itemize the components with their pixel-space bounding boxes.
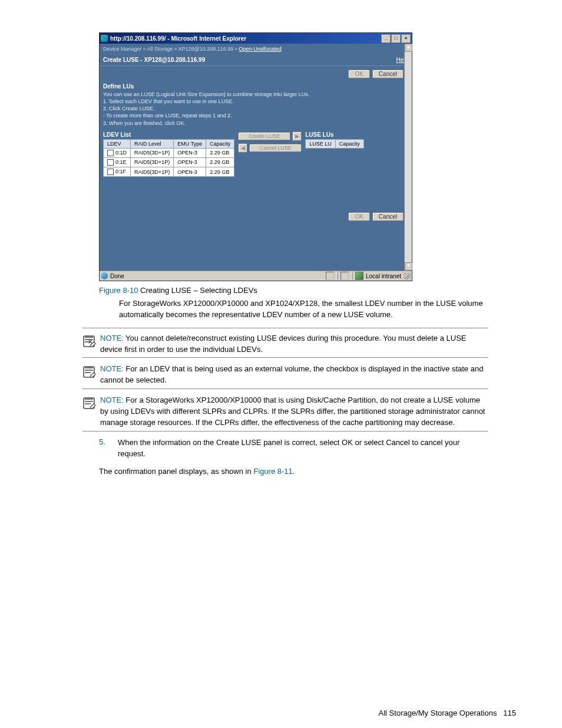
cancel-button[interactable]: Cancel: [372, 70, 404, 78]
table-header[interactable]: RAID Level: [131, 139, 174, 148]
breadcrumb-item[interactable]: Device Manager: [103, 46, 142, 52]
status-zone: Local intranet: [366, 273, 401, 279]
scroll-up-icon[interactable]: ▲: [405, 44, 412, 52]
chevron-right-icon: »: [143, 46, 146, 52]
page-title: Create LUSE - XP128@10.208.116.99: [103, 57, 205, 63]
cell: RAID5(3D+1P): [131, 148, 174, 157]
ldev-list-title: LDEV List: [103, 130, 234, 139]
resize-grip-icon[interactable]: [404, 272, 411, 279]
note-text: For a StorageWorks XP12000/XP10000 that …: [100, 396, 485, 427]
desc-line: 1. Select each LDEV that you want to use…: [103, 98, 408, 105]
scrollbar[interactable]: ▲ ▼: [404, 44, 412, 271]
status-cell: [340, 272, 349, 280]
note-body: NOTE: For a StorageWorks XP12000/XP10000…: [100, 395, 488, 429]
status-cell: [326, 272, 334, 280]
cell: RAID5(3D+1P): [131, 167, 174, 176]
luse-table: LUSE LU Capacity: [305, 139, 364, 149]
scroll-down-icon[interactable]: ▼: [405, 262, 412, 271]
arrow-left-icon[interactable]: ◀: [238, 143, 247, 153]
note-icon: [82, 396, 97, 410]
status-text: Done: [110, 273, 124, 279]
note-text: You cannot delete/reconstruct existing L…: [100, 334, 466, 354]
ie-title: http://10.208.116.99/ - Microsoft Intern…: [110, 35, 381, 42]
body-paragraph: The confirmation panel displays, as show…: [99, 466, 488, 477]
checkbox[interactable]: [107, 169, 114, 175]
maximize-button[interactable]: □: [391, 34, 401, 43]
cell: 2.29 GB: [206, 157, 234, 167]
table-row[interactable]: 0:1F RAID5(3D+1P) OPEN-3 2.29 GB: [104, 167, 234, 176]
step-text: When the information on the Create LUSE …: [118, 437, 488, 460]
cell: 0:1E: [115, 159, 127, 165]
breadcrumb-item[interactable]: All Storage: [147, 46, 173, 52]
ldev-table: LDEV RAID Level EMU Type Capacity 0:1D R…: [103, 139, 234, 177]
checkbox[interactable]: [107, 159, 114, 166]
table-header[interactable]: Capacity: [206, 139, 234, 148]
figure-caption: Figure 8-10 Creating LUSE – Selecting LD…: [99, 286, 488, 295]
ok-button[interactable]: OK: [348, 70, 369, 78]
table-header[interactable]: EMU Type: [174, 139, 206, 148]
note-label: NOTE:: [100, 396, 124, 404]
text: .: [293, 467, 295, 476]
cancel-luse-button[interactable]: Cancel LUSE: [249, 144, 302, 152]
create-luse-button[interactable]: Create LUSE: [238, 132, 290, 140]
note-body: NOTE: For an LDEV that is being used as …: [100, 364, 488, 386]
desc-line: 2. Click Create LUSE.: [103, 105, 408, 112]
chevron-right-icon: »: [234, 46, 237, 52]
checkbox[interactable]: [107, 150, 114, 156]
breadcrumb-item[interactable]: Open-Unallocated: [239, 46, 282, 52]
table-header[interactable]: LUSE LU: [306, 139, 336, 148]
note-icon: [82, 365, 97, 379]
note-body: NOTE: You cannot delete/reconstruct exis…: [100, 333, 488, 355]
arrow-right-icon[interactable]: ▶: [292, 131, 302, 141]
ie-content: ▲ ▼ Device Manager » All Storage » XP128…: [100, 44, 412, 271]
figure-link[interactable]: Figure 8-11: [253, 467, 292, 476]
breadcrumb: Device Manager » All Storage » XP128@10.…: [100, 44, 412, 54]
table-header[interactable]: Capacity: [335, 139, 363, 148]
note-label: NOTE:: [100, 334, 124, 342]
note-label: NOTE:: [100, 364, 124, 373]
page-title-bar: Create LUSE - XP128@10.208.116.99 Help: [100, 54, 412, 66]
cell: 0:1D: [115, 150, 127, 156]
body-paragraph: For StorageWorks XP12000/XP10000 and XP1…: [119, 298, 488, 321]
table-row[interactable]: 0:1E RAID5(3D+1P) OPEN-3 2.29 GB: [104, 157, 234, 167]
zone-icon: [355, 272, 363, 280]
ok-button[interactable]: OK: [348, 212, 369, 221]
desc-line: - To create more than one LUSE, repeat s…: [103, 112, 408, 119]
close-button[interactable]: ×: [401, 34, 411, 43]
desc-line: You can use an LUSE (Logical Unit Size E…: [103, 91, 408, 98]
table-header[interactable]: LDEV: [104, 139, 131, 148]
chevron-right-icon: »: [174, 46, 177, 52]
step-item: 5. When the information on the Create LU…: [99, 437, 488, 460]
ie-titlebar: http://10.208.116.99/ - Microsoft Intern…: [100, 33, 412, 44]
note-icon: [82, 334, 97, 348]
luse-lus-title: LUSE LUs: [305, 130, 364, 139]
cancel-button[interactable]: Cancel: [372, 212, 404, 221]
table-row[interactable]: 0:1D RAID5(3D+1P) OPEN-3 2.29 GB: [104, 148, 234, 157]
cell: 2.29 GB: [206, 167, 234, 176]
cell: OPEN-3: [174, 148, 206, 157]
cell: RAID5(3D+1P): [131, 157, 174, 167]
note-text: For an LDEV that is being used as an ext…: [100, 364, 483, 384]
figure-label: Figure 8-10: [99, 286, 138, 295]
cell: 2.29 GB: [206, 148, 234, 157]
breadcrumb-item[interactable]: XP128@10.208.116.99: [178, 46, 234, 52]
figure-caption-text: Creating LUSE – Selecting LDEVs: [138, 286, 257, 295]
done-icon: [101, 272, 108, 279]
ie-window: http://10.208.116.99/ - Microsoft Intern…: [99, 32, 412, 281]
step-number: 5.: [99, 437, 118, 460]
status-bar: Done Local intranet: [100, 271, 412, 281]
cell: OPEN-3: [174, 167, 206, 176]
desc-line: 3. When you are finished, click OK.: [103, 120, 408, 127]
minimize-button[interactable]: _: [381, 34, 391, 43]
cell: 0:1F: [115, 169, 126, 174]
section-description: You can use an LUSE (Logical Unit Size E…: [100, 90, 412, 130]
section-title: Define LUs: [100, 81, 412, 90]
text: The confirmation panel displays, as show…: [99, 467, 253, 476]
cell: OPEN-3: [174, 157, 206, 167]
ie-icon: [101, 35, 108, 42]
